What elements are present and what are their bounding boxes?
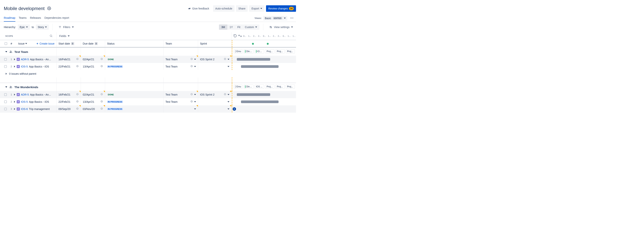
due-date-cell[interactable]: 02/Apr/21 bbox=[81, 91, 105, 98]
view-settings-button[interactable]: View settings bbox=[267, 24, 295, 30]
give-feedback-button[interactable]: Give feedback bbox=[186, 5, 212, 12]
gear-icon[interactable] bbox=[47, 6, 51, 11]
expand-toggle[interactable] bbox=[14, 58, 16, 61]
sprint-cell[interactable] bbox=[198, 63, 231, 70]
select-all-checkbox[interactable] bbox=[4, 42, 7, 45]
clear-icon[interactable] bbox=[76, 100, 79, 103]
scroll-to-bar-icon[interactable] bbox=[233, 107, 236, 111]
start-date-cell[interactable]: 16/Feb/21 bbox=[56, 91, 81, 98]
clear-icon[interactable] bbox=[224, 58, 226, 61]
fields-dropdown[interactable]: Fields bbox=[59, 33, 72, 39]
col-team[interactable]: Team bbox=[163, 40, 198, 47]
clear-icon[interactable] bbox=[190, 58, 193, 61]
sprint-pill[interactable]: Proj... bbox=[286, 85, 295, 89]
release-marker[interactable] bbox=[252, 43, 254, 45]
issue-key-link[interactable]: IOS-5 bbox=[21, 65, 28, 68]
row-checkbox[interactable] bbox=[4, 93, 7, 96]
clear-icon[interactable] bbox=[190, 65, 193, 68]
sprint-pill[interactable]: Emu bbox=[234, 49, 242, 53]
clear-icon[interactable] bbox=[190, 100, 193, 103]
zoom-custom[interactable]: Custom bbox=[243, 24, 260, 30]
status-cell[interactable]: IN PROGRESS bbox=[105, 63, 163, 70]
team-cell[interactable]: Test Team bbox=[163, 98, 198, 105]
sprint-pill[interactable]: Emu bbox=[234, 85, 242, 89]
clear-icon[interactable] bbox=[76, 65, 79, 68]
col-status[interactable]: Status bbox=[105, 40, 163, 47]
due-date-cell[interactable]: 13/Apr/21 bbox=[81, 63, 105, 70]
hierarchy-to-dropdown[interactable]: Story bbox=[36, 24, 49, 30]
status-cell[interactable]: IN PROGRESS bbox=[105, 105, 163, 112]
expand-toggle[interactable] bbox=[14, 93, 16, 96]
col-start-date[interactable]: Start date D bbox=[56, 40, 81, 47]
tab-dependencies[interactable]: Dependencies report bbox=[44, 16, 69, 21]
sprint-pill[interactable]: Proj... bbox=[276, 49, 284, 53]
status-cell[interactable]: DONE bbox=[105, 56, 163, 63]
start-date-cell[interactable]: 16/Feb/21 bbox=[56, 56, 81, 63]
issues-without-parent[interactable]: 0 issues without parent bbox=[0, 70, 56, 77]
zoom-fit[interactable]: Fit bbox=[235, 24, 243, 30]
expand-toggle[interactable] bbox=[14, 107, 16, 111]
zoom-3m[interactable]: 3M bbox=[219, 24, 227, 30]
clear-icon[interactable] bbox=[100, 93, 103, 96]
collapse-icon[interactable] bbox=[238, 34, 242, 38]
sprint-cell[interactable]: IOS Sprint 2 bbox=[198, 91, 231, 98]
search-icon[interactable] bbox=[50, 34, 54, 38]
clear-icon[interactable] bbox=[224, 93, 226, 96]
clear-icon[interactable] bbox=[100, 100, 103, 103]
issue-key-link[interactable]: IOS-5 bbox=[21, 100, 28, 103]
row-checkbox[interactable] bbox=[4, 58, 7, 61]
clear-icon[interactable] bbox=[76, 93, 79, 96]
start-date-cell[interactable]: 22/Feb/21 bbox=[56, 63, 81, 70]
issue-key-link[interactable]: ADR-5 bbox=[21, 58, 29, 61]
sprint-pill[interactable]: Proj... bbox=[265, 49, 274, 53]
filters-button[interactable]: Filters bbox=[56, 24, 76, 30]
more-menu[interactable] bbox=[289, 16, 295, 20]
tab-roadmap[interactable]: Roadmap bbox=[4, 16, 15, 22]
team-cell[interactable]: Test Team bbox=[163, 91, 198, 98]
sprint-pill[interactable]: Dingo bbox=[244, 49, 254, 53]
team-cell[interactable]: Test Team bbox=[163, 63, 198, 70]
gantt-bar[interactable] bbox=[237, 93, 270, 96]
gantt-bar[interactable] bbox=[237, 58, 270, 61]
expand-toggle[interactable] bbox=[14, 100, 16, 103]
expand-toggle[interactable] bbox=[14, 65, 16, 68]
release-marker[interactable] bbox=[267, 43, 269, 45]
zoom-1y[interactable]: 1Y bbox=[227, 24, 235, 30]
row-checkbox[interactable] bbox=[4, 108, 7, 110]
gantt-bar[interactable] bbox=[241, 100, 278, 103]
clear-icon[interactable] bbox=[100, 107, 103, 111]
row-checkbox[interactable] bbox=[4, 100, 7, 103]
sprint-pill[interactable]: Proj... bbox=[276, 85, 284, 89]
tab-releases[interactable]: Releases bbox=[30, 16, 41, 21]
col-due-date[interactable]: Due date D bbox=[81, 40, 105, 47]
due-date-cell[interactable]: 13/Apr/21 bbox=[81, 98, 105, 105]
col-sprint[interactable]: Sprint bbox=[198, 40, 231, 47]
team-group-header[interactable]: Test TeamEmuDingoIOS ...Proj...Proj...Pr… bbox=[0, 47, 296, 56]
clear-icon[interactable] bbox=[100, 58, 103, 61]
export-button[interactable]: Export bbox=[249, 5, 264, 12]
start-date-cell[interactable]: 09/Sep/20 bbox=[56, 105, 81, 112]
issue-key-link[interactable]: IOS-6 bbox=[21, 107, 28, 111]
hierarchy-from-dropdown[interactable]: Epic bbox=[18, 24, 30, 30]
start-date-cell[interactable]: 22/Feb/21 bbox=[56, 98, 81, 105]
auto-schedule-button[interactable]: Auto-schedule bbox=[213, 5, 235, 12]
row-checkbox[interactable] bbox=[4, 65, 7, 68]
clear-icon[interactable] bbox=[76, 107, 79, 111]
due-date-cell[interactable]: 03/Nov/20 bbox=[81, 105, 105, 112]
issue-key-link[interactable]: ADR-5 bbox=[21, 93, 29, 96]
status-cell[interactable]: DONE bbox=[105, 91, 163, 98]
chevron-down-icon[interactable] bbox=[25, 43, 27, 44]
sprint-pill[interactable]: Proj... bbox=[286, 49, 295, 53]
gantt-bar[interactable] bbox=[241, 65, 278, 68]
create-issue-button[interactable]: Create issue bbox=[36, 42, 54, 45]
sprint-pill[interactable]: Proj... bbox=[265, 85, 274, 89]
team-cell[interactable] bbox=[163, 105, 198, 112]
sprint-pill[interactable]: IOS ... bbox=[255, 85, 264, 89]
sprint-cell[interactable] bbox=[198, 105, 231, 112]
share-button[interactable]: Share bbox=[236, 5, 248, 12]
expand-toggle[interactable] bbox=[5, 72, 7, 75]
view-dropdown[interactable]: Basic EDITED bbox=[263, 16, 287, 20]
undo-icon[interactable] bbox=[234, 34, 237, 38]
sprint-cell[interactable] bbox=[198, 98, 231, 105]
clear-icon[interactable] bbox=[76, 58, 79, 61]
